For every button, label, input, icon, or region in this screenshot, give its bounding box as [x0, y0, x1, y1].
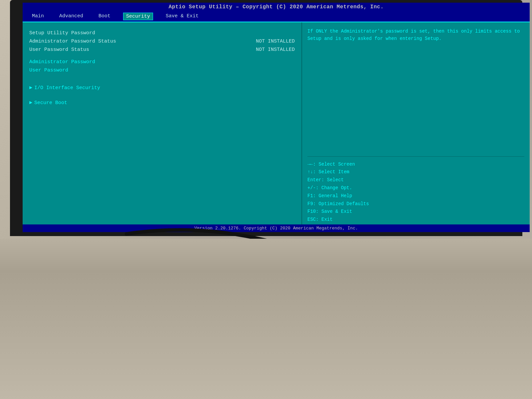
- menu-item-main[interactable]: Main: [29, 13, 47, 20]
- bios-key-help: →←: Select Screen ↑↓: Select Item Enter:…: [307, 161, 524, 224]
- entry-label: Administrator Password: [29, 59, 295, 65]
- key-help-line: F9: Optimized Defaults: [307, 200, 524, 208]
- submenu-arrow-icon: ►: [29, 85, 32, 91]
- entry-value: NOT INSTALLED: [256, 47, 295, 53]
- entry-label: User Password Status: [29, 47, 249, 53]
- entry-setup-utility-password[interactable]: Setup Utility Password: [29, 29, 295, 37]
- submenu-arrow-icon: ►: [29, 100, 32, 106]
- key-help-line: Enter: Select: [307, 176, 524, 184]
- menu-item-save-exit[interactable]: Save & Exit: [163, 13, 201, 20]
- key-help-line: +/-: Change Opt.: [307, 184, 524, 192]
- entry-label: Secure Boot: [34, 100, 295, 106]
- entry-user-password-status[interactable]: User Password Status NOT INSTALLED: [29, 46, 295, 54]
- entry-secure-boot[interactable]: ► Secure Boot: [29, 99, 295, 107]
- bios-menu-bar: Main Advanced Boot Security Save & Exit: [23, 11, 530, 22]
- entry-label: Administrator Password Status: [29, 39, 249, 44]
- entry-label: User Password: [29, 67, 295, 73]
- menu-item-boot[interactable]: Boot: [96, 13, 113, 20]
- entry-value: NOT INSTALLED: [256, 39, 295, 44]
- entry-io-interface-security[interactable]: ► I/O Interface Security: [29, 84, 295, 92]
- menu-item-security[interactable]: Security: [123, 13, 153, 20]
- key-help-line: ESC: Exit: [307, 216, 524, 224]
- laptop-shell: Aptio Setup Utility – Copyright (C) 2020…: [0, 0, 532, 399]
- menu-item-advanced[interactable]: Advanced: [57, 13, 86, 20]
- bios-title: Aptio Setup Utility – Copyright (C) 2020…: [169, 4, 384, 10]
- entry-label: Setup Utility Password: [29, 30, 288, 36]
- entry-admin-password[interactable]: Administrator Password: [29, 58, 295, 66]
- bios-version-bar: Version 2.20.1276. Copyright (C) 2020 Am…: [23, 224, 530, 232]
- keyboard-area: ASUS ZenBook esc 🔇F1 🔉F2 🔊F3 ▣F4 ☀F5 ☀☀F…: [0, 239, 532, 399]
- bios-left-panel: Setup Utility Password Administrator Pas…: [23, 22, 302, 229]
- key-help-line: ↑↓: Select Item: [307, 168, 524, 176]
- version-text: Version 2.20.1276. Copyright (C) 2020 Am…: [194, 226, 358, 231]
- screen-bezel: Aptio Setup Utility – Copyright (C) 2020…: [10, 0, 522, 236]
- bios-title-bar: Aptio Setup Utility – Copyright (C) 2020…: [23, 3, 530, 11]
- entry-admin-password-status[interactable]: Administrator Password Status NOT INSTAL…: [29, 37, 295, 46]
- key-help-line: F1: General Help: [307, 192, 524, 200]
- bios-right-panel: If ONLY the Administrator's password is …: [302, 22, 530, 229]
- key-help-line: F10: Save & Exit: [307, 208, 524, 216]
- entry-user-password[interactable]: User Password: [29, 66, 295, 74]
- key-help-line: →←: Select Screen: [307, 161, 524, 169]
- bios-screen: Aptio Setup Utility – Copyright (C) 2020…: [23, 3, 530, 232]
- entry-label: I/O Interface Security: [34, 85, 295, 91]
- panel-divider: [307, 156, 524, 157]
- bios-main-content: Setup Utility Password Administrator Pas…: [23, 22, 530, 229]
- bios-help-text: If ONLY the Administrator's password is …: [307, 28, 524, 152]
